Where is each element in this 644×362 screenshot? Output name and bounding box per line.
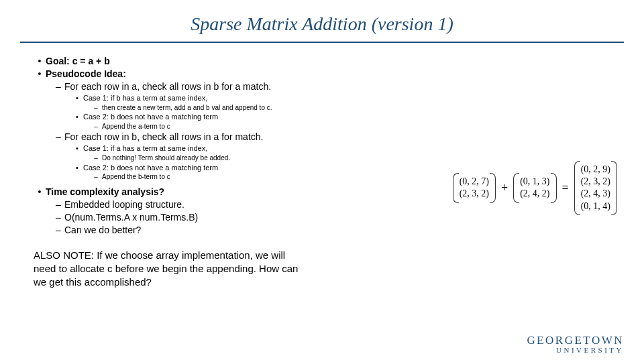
- a-case1: Case 1: if b has a term at same index,: [83, 93, 610, 103]
- a-case2: Case 2: b does not have a matching term: [83, 112, 610, 122]
- tc-3: Can we do better?: [64, 224, 610, 237]
- b-case1: Case 1: if a has a term at same index,: [83, 143, 610, 154]
- a-case2-sub: Append the a-term to c: [102, 122, 610, 131]
- page-title: Sparse Matrix Addition (version 1): [20, 0, 624, 43]
- matrix-c: (0, 2, 9) (2, 3, 2) (2, 4, 3) (0, 1, 4): [574, 161, 617, 215]
- loop-b: For each row in b, check all rows in a f…: [64, 131, 610, 143]
- matrix-equation: (0, 2, 7) (2, 3, 2) + (0, 1, 3) (2, 4, 2…: [453, 161, 617, 215]
- pseudo-line: Pseudocode Idea:: [46, 68, 610, 80]
- matrix-a: (0, 2, 7) (2, 3, 2): [453, 173, 496, 202]
- loop-a: For each row in a, check all rows in b f…: [64, 80, 610, 93]
- matrix-b: (0, 1, 3) (2, 4, 2): [513, 173, 556, 202]
- georgetown-logo: GEORGETOWN UNIVERSITY: [527, 334, 624, 354]
- equals-icon: =: [561, 181, 570, 195]
- also-note: ALSO NOTE: If we choose array implementa…: [34, 249, 302, 290]
- a-case1-sub: then create a new term, add a and b val …: [102, 103, 610, 113]
- goal-line: Goal: c = a + b: [46, 55, 610, 68]
- plus-icon: +: [500, 181, 509, 195]
